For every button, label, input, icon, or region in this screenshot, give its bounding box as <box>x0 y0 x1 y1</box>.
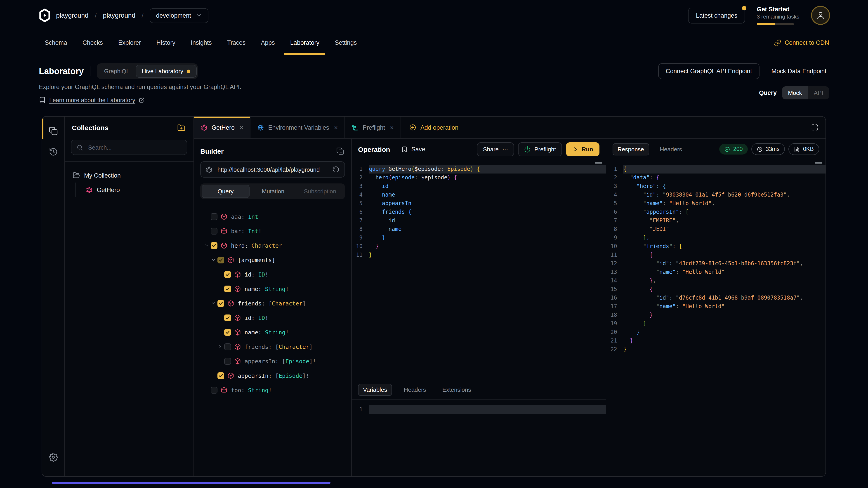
chevron-down-icon[interactable] <box>210 256 217 263</box>
breadcrumb-project[interactable]: playground <box>103 12 135 19</box>
schema-field-row[interactable]: foo: String! <box>200 383 345 397</box>
field-checkbox[interactable] <box>224 285 231 292</box>
schema-field-row[interactable]: id: ID! <box>200 267 345 282</box>
tab-mutation[interactable]: Mutation <box>250 185 297 198</box>
close-icon[interactable]: × <box>334 124 338 131</box>
tab-response-headers[interactable]: Headers <box>655 143 686 155</box>
schema-field-row[interactable]: name: String! <box>200 325 345 339</box>
field-checkbox[interactable] <box>211 387 217 393</box>
schema-field-row[interactable]: hero: Character <box>200 238 345 253</box>
field-checkbox[interactable] <box>224 314 231 321</box>
nav-tab-traces[interactable]: Traces <box>221 31 252 55</box>
field-checkbox[interactable] <box>217 372 224 379</box>
collections-search[interactable] <box>71 140 187 155</box>
collections-rail-button[interactable] <box>45 123 61 139</box>
schema-field-row[interactable]: [arguments] <box>200 253 345 267</box>
connect-to-cdn-link[interactable]: Connect to CDN <box>774 31 829 55</box>
mode-hive-laboratory[interactable]: Hive Laboratory <box>135 65 197 78</box>
collapse-builder-button[interactable] <box>336 146 345 156</box>
refresh-icon[interactable] <box>332 166 340 173</box>
check-circle-icon <box>724 146 730 152</box>
get-started-widget[interactable]: Get Started 3 remaining tasks <box>757 6 799 25</box>
preflight-button[interactable]: Preflight <box>518 142 562 156</box>
add-operation-button[interactable]: Add operation <box>401 117 467 138</box>
endpoint-url-field[interactable] <box>200 161 345 177</box>
tab-extensions[interactable]: Extensions <box>438 384 475 395</box>
nav-tab-history[interactable]: History <box>151 31 181 55</box>
nav-tab-apps[interactable]: Apps <box>255 31 281 55</box>
mock-data-endpoint-button[interactable]: Mock Data Endpoint <box>769 67 829 75</box>
power-icon <box>524 146 531 153</box>
type-cube-icon <box>234 329 241 335</box>
nav-tab-laboratory[interactable]: Laboratory <box>284 31 325 55</box>
tab-variables[interactable]: Variables <box>358 384 392 396</box>
nav-tab-explorer[interactable]: Explorer <box>112 31 147 55</box>
breadcrumb-org[interactable]: playground <box>56 12 89 19</box>
query-editor[interactable]: 1query GetHero($episode: Episode) {2 her… <box>352 160 606 379</box>
collection-folder[interactable]: My Collection <box>69 168 189 183</box>
connect-graphql-endpoint-button[interactable]: Connect GraphQL API Endpoint <box>658 63 760 79</box>
field-checkbox[interactable] <box>224 343 231 350</box>
schema-field-row[interactable]: friends: [Character] <box>200 296 345 311</box>
operation-tab-preflight[interactable]: Preflight× <box>345 117 401 138</box>
settings-rail-button[interactable] <box>45 449 61 465</box>
learn-more-link[interactable]: Learn more about the Laboratory <box>39 97 241 103</box>
close-icon[interactable]: × <box>240 124 243 131</box>
target-selector[interactable]: development <box>150 8 209 23</box>
schema-field-row[interactable]: aaa: Int <box>200 209 345 224</box>
nav-tab-schema[interactable]: Schema <box>39 31 73 55</box>
type-cube-icon <box>234 285 241 292</box>
tab-query[interactable]: Query <box>202 185 250 198</box>
field-checkbox[interactable] <box>224 329 231 335</box>
share-button[interactable]: Share ⋯ <box>477 142 514 156</box>
nav-tab-checks[interactable]: Checks <box>76 31 109 55</box>
search-input[interactable] <box>87 143 182 151</box>
field-checkbox[interactable] <box>224 271 231 278</box>
tab-response[interactable]: Response <box>613 143 649 155</box>
tab-subscription[interactable]: Subscription <box>297 185 344 198</box>
endpoint-api-option[interactable]: API <box>808 86 829 99</box>
field-checkbox[interactable] <box>217 300 224 306</box>
endpoint-mock-option[interactable]: Mock <box>782 86 808 99</box>
latest-changes-button[interactable]: Latest changes <box>688 7 745 23</box>
code-line: 11} <box>352 251 606 259</box>
user-avatar[interactable] <box>811 6 830 25</box>
chevron-down-icon[interactable] <box>210 300 217 307</box>
code-line: 8 "JEDI" <box>606 225 826 234</box>
field-checkbox[interactable] <box>211 242 217 249</box>
mode-graphiql[interactable]: GraphiQL <box>98 65 135 77</box>
code-line: 10 } <box>352 242 606 251</box>
new-collection-button[interactable] <box>176 123 186 133</box>
close-icon[interactable]: × <box>390 124 394 131</box>
fullscreen-button[interactable] <box>803 117 826 138</box>
nav-tab-insights[interactable]: Insights <box>185 31 218 55</box>
chevron-right-icon[interactable] <box>217 343 224 350</box>
endpoint-url-input[interactable] <box>217 166 328 173</box>
response-editor[interactable]: 1{2 "data": {3 "hero": {4 "id": "9303830… <box>606 160 826 476</box>
schema-field-row[interactable]: appearsIn: [Episode]! <box>200 368 345 383</box>
save-button[interactable]: Save <box>398 145 428 153</box>
schema-field-row[interactable]: name: String! <box>200 282 345 296</box>
code-line: 13 "name": "Hello World" <box>606 268 826 276</box>
collection-operation-gethero[interactable]: GetHero <box>82 183 189 197</box>
field-checkbox[interactable] <box>211 228 217 234</box>
run-button[interactable]: Run <box>566 142 599 156</box>
operation-tab-gethero[interactable]: GetHero× <box>194 117 250 138</box>
plus-circle-icon <box>409 124 416 131</box>
variables-editor[interactable]: 1 <box>352 400 606 476</box>
schema-field-row[interactable]: appearsIn: [Episode]! <box>200 354 345 368</box>
mode-toggle: GraphiQL Hive Laboratory <box>97 63 198 79</box>
schema-field-row[interactable]: id: ID! <box>200 311 345 325</box>
nav-tab-settings[interactable]: Settings <box>329 31 363 55</box>
history-rail-button[interactable] <box>45 144 61 160</box>
chevron-down-icon[interactable] <box>203 242 210 249</box>
field-checkbox[interactable] <box>217 256 224 263</box>
schema-field-row[interactable]: friends: [Character] <box>200 339 345 354</box>
field-checkbox[interactable] <box>224 358 231 364</box>
horizontal-scrollbar[interactable] <box>52 482 331 484</box>
type-cube-icon <box>227 256 234 263</box>
field-checkbox[interactable] <box>211 213 217 220</box>
operation-tab-environment-variables[interactable]: Environment Variables× <box>250 117 345 138</box>
tab-headers[interactable]: Headers <box>399 384 430 395</box>
schema-field-row[interactable]: bar: Int! <box>200 224 345 238</box>
